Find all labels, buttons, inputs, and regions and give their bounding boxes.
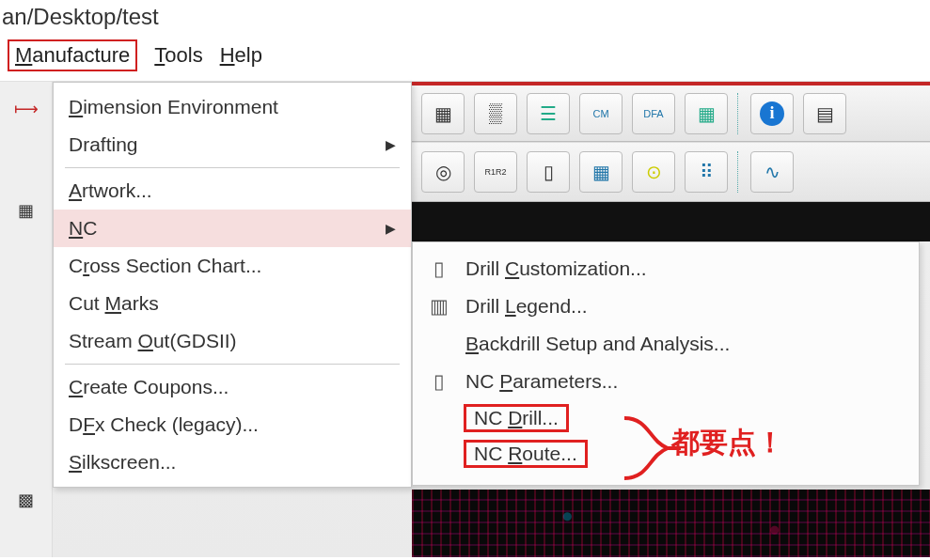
annotation-text: 都要点！ (671, 424, 784, 462)
menu-cut-marks[interactable]: Cut Marks (54, 285, 411, 322)
toolbar-row-2: ◎ R1R2 ▯ ▦ ⊙ ⠿ ∿ (412, 142, 930, 202)
submenu-drill-legend[interactable]: ▥Drill Legend... (413, 288, 919, 325)
menu-separator-1 (65, 167, 400, 168)
menu-dfx-check[interactable]: DFx Check (legacy)... (54, 406, 411, 443)
submenu-drill-customization[interactable]: ▯Drill Customization... (413, 250, 919, 288)
toolbar-row-1: ▦ ▒ ☰ CM DFA ▦ i ▤ (412, 82, 930, 142)
menu-separator-2 (65, 364, 400, 365)
toolbar-divider-2 (737, 151, 741, 193)
submenu-backdrill[interactable]: Backdrill Setup and Analysis... (413, 325, 919, 363)
toolbar-icon-2[interactable]: ▒ (474, 93, 517, 134)
menu-dimension-env[interactable]: Dimension Environment (54, 88, 411, 126)
window-path: an/Desktop/test (0, 0, 930, 36)
drill-cust-icon: ▯ (426, 257, 452, 280)
menu-bar: Manufacture Tools Help (0, 36, 930, 82)
toolbar-icon-grid[interactable]: ▦ (579, 151, 623, 193)
menu-nc[interactable]: NC▶ (54, 210, 411, 247)
toolbar-icon-stack[interactable]: ☰ (527, 93, 570, 134)
toolbar-icon-tp[interactable]: ⊙ (632, 151, 675, 193)
toolbar-strip: ▦ ▒ ☰ CM DFA ▦ i ▤ ◎ R1R2 ▯ ▦ ⊙ ⠿ ∿ (412, 82, 930, 241)
canvas-dark-strip (412, 202, 930, 241)
toolbar-icon-r1r2[interactable]: R1R2 (474, 151, 517, 193)
toolbar-icon-dfa[interactable]: DFA (632, 93, 675, 134)
work-area: ⟼ ▦ ▩ ▦ ▒ ☰ CM DFA ▦ i ▤ ◎ R1R2 ▯ ▦ ⊙ ⠿ … (0, 82, 930, 557)
menu-tools-label: ools (165, 43, 202, 67)
drill-legend-icon: ▥ (426, 295, 452, 318)
submenu-arrow-icon: ▶ (386, 137, 396, 152)
menu-help-label: elp (235, 43, 262, 67)
qr-icon[interactable]: ▩ (13, 490, 39, 510)
menu-create-coupons[interactable]: Create Coupons... (54, 368, 411, 406)
menu-manufacture[interactable]: Manufacture (8, 39, 137, 71)
toolbar-icon-dots[interactable]: ⠿ (685, 151, 728, 193)
nc-params-icon: ▯ (426, 370, 452, 393)
toolbar-divider-1 (737, 93, 741, 134)
camera-icon[interactable]: ▦ (13, 200, 39, 221)
menu-silkscreen[interactable]: Silkscreen... (54, 443, 411, 481)
toolbar-icon-1[interactable]: ▦ (421, 93, 465, 134)
menu-stream-out[interactable]: Stream Out(GDSII) (54, 322, 411, 360)
toolbar-icon-note[interactable]: ▯ (527, 151, 570, 193)
submenu-nc-parameters[interactable]: ▯NC Parameters... (413, 363, 919, 400)
menu-manufacture-label: anufacture (32, 43, 130, 67)
pcb-canvas[interactable] (412, 490, 930, 557)
menu-drafting[interactable]: Drafting▶ (54, 126, 411, 163)
submenu-arrow-icon: ▶ (386, 221, 396, 236)
info-icon[interactable]: i (750, 93, 794, 134)
dimension-icon[interactable]: ⟼ (13, 99, 39, 119)
menu-help[interactable]: Help (220, 43, 262, 68)
menu-cross-section[interactable]: Cross Section Chart... (54, 247, 411, 285)
left-gutter: ⟼ ▦ ▩ (0, 82, 53, 557)
toolbar-icon-list[interactable]: ▤ (803, 93, 846, 134)
toolbar-icon-cm[interactable]: CM (579, 93, 623, 134)
menu-tools[interactable]: Tools (154, 43, 202, 68)
toolbar-icon-camera[interactable]: ◎ (421, 151, 465, 193)
toolbar-icon-globe[interactable]: ▦ (685, 93, 728, 134)
menu-artwork[interactable]: Artwork... (54, 172, 411, 210)
toolbar-icon-wave[interactable]: ∿ (750, 151, 794, 193)
manufacture-menu: Dimension Environment Drafting▶ Artwork.… (53, 82, 412, 488)
